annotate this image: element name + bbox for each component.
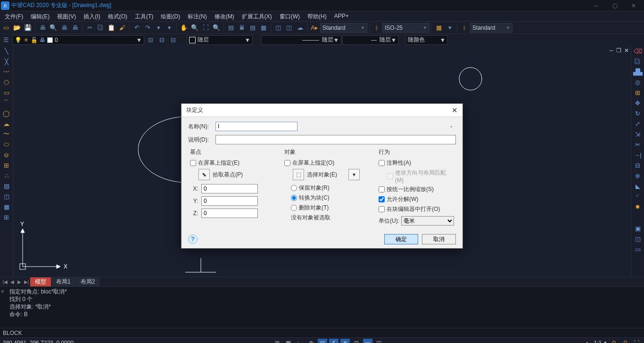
std-icon[interactable]: ⟊ <box>459 23 470 33</box>
annotative-checkbox[interactable]: 注释性(A) <box>379 159 454 167</box>
ortho-icon[interactable]: ∟ <box>295 339 305 343</box>
annotation-scale[interactable]: 1:1 <box>594 340 602 343</box>
tab-layout2[interactable]: 布局2 <box>76 277 100 286</box>
tab-prev[interactable]: ◀ <box>9 279 16 284</box>
tab-first[interactable]: |◀ <box>2 279 8 284</box>
circle-icon[interactable]: ◯ <box>1 109 12 117</box>
window-close[interactable]: ✕ <box>624 2 643 9</box>
model-icon[interactable]: ▭ <box>363 339 372 343</box>
copy-icon[interactable]: ⿻ <box>95 23 106 33</box>
new-icon[interactable]: ▭ <box>1 23 11 33</box>
table-style-combo[interactable]: Standard▼ <box>470 23 512 33</box>
linetype-combo[interactable]: ———随层▼ <box>261 35 341 45</box>
otrack-icon[interactable]: ∠ <box>329 339 339 343</box>
ok-button[interactable]: 确定 <box>384 234 418 244</box>
menu-insert[interactable]: 插入(I) <box>80 11 104 21</box>
pline-icon[interactable]: 〰 <box>1 67 12 76</box>
tab-next[interactable]: ▶ <box>16 279 23 284</box>
cmd-close-icon[interactable]: × <box>1 288 4 295</box>
pick-point-icon[interactable]: ⬊ <box>198 169 210 180</box>
tab-model[interactable]: 模型 <box>30 277 51 286</box>
hatch-icon[interactable]: ▨ <box>1 182 12 190</box>
menu-file[interactable]: 文件(F) <box>1 11 27 21</box>
print-icon[interactable]: 🖶 <box>37 23 48 33</box>
copy-obj-icon[interactable]: ⿻ <box>633 57 643 66</box>
layer-mgr-icon[interactable]: ☰ <box>1 35 11 45</box>
zoom-prev-icon[interactable]: 🔍 <box>211 23 222 33</box>
name-dropdown-icon[interactable]: ⌄ <box>449 123 453 128</box>
cut-icon[interactable]: ✂ <box>84 23 95 33</box>
group-icon[interactable]: ◫ <box>633 234 643 243</box>
desc-field[interactable] <box>215 135 456 144</box>
cancel-button[interactable]: 取消 <box>422 234 456 244</box>
zoom-win-icon[interactable]: ⛶ <box>200 23 211 33</box>
scale-icon[interactable]: ⤢ <box>633 119 643 128</box>
region-icon[interactable]: ◫ <box>1 192 12 201</box>
menu-app[interactable]: APP+ <box>330 11 353 21</box>
menu-format[interactable]: 格式(O) <box>104 11 131 21</box>
open-editor-checkbox[interactable]: 在块编辑器中打开(O) <box>379 205 454 213</box>
calc-icon[interactable]: 🖩 <box>237 23 247 33</box>
layer-prev-icon[interactable]: ⊟ <box>145 35 156 45</box>
point-icon[interactable]: ∴ <box>1 171 12 180</box>
revcloud-icon[interactable]: ☁ <box>1 119 12 128</box>
dialog-close-icon[interactable]: ✕ <box>452 106 458 115</box>
match-icon[interactable]: 🖌 <box>117 23 127 33</box>
name-field[interactable] <box>215 122 297 131</box>
fillet-icon[interactable]: ◜ <box>633 192 643 201</box>
zoom-rt-icon[interactable]: 🔍 <box>190 23 200 33</box>
trim-icon[interactable]: ✂ <box>633 140 643 149</box>
array-icon[interactable]: ⊞ <box>633 88 643 97</box>
stretch-icon[interactable]: ⇲ <box>633 130 643 138</box>
layer-walk-icon[interactable]: ⊟ <box>168 35 178 45</box>
paste-icon[interactable]: 📋 <box>106 23 116 33</box>
uniform-scale-checkbox[interactable]: 按统一比例缩放(S) <box>379 185 454 193</box>
undo-icon[interactable]: ↶ <box>132 23 142 33</box>
unit-select[interactable]: 毫米 <box>401 216 454 226</box>
spline-icon[interactable]: 〜 <box>1 130 12 138</box>
layer-iso-icon[interactable]: ⊟ <box>157 35 167 45</box>
y-field[interactable] <box>201 196 258 206</box>
select-icon[interactable]: ▭ <box>633 245 643 253</box>
tool-pal-icon[interactable]: ▦ <box>258 23 269 33</box>
redo-icon[interactable]: ↷ <box>142 23 153 33</box>
xref-icon[interactable]: ◫ <box>284 23 294 33</box>
color-combo[interactable]: 随层▼ <box>187 35 253 45</box>
table-style-icon[interactable]: ▦ <box>434 23 444 33</box>
chamfer-icon[interactable]: ◣ <box>633 182 643 190</box>
rotate-icon[interactable]: ↻ <box>633 109 643 117</box>
publish-icon[interactable]: 🖶 <box>59 23 69 33</box>
x-field[interactable] <box>201 184 258 193</box>
tab-last[interactable]: ▶| <box>23 279 30 284</box>
explode-icon[interactable]: ✸ <box>633 202 643 211</box>
menu-dimension[interactable]: 标注(N) <box>184 11 211 21</box>
move-icon[interactable]: ✥ <box>633 99 643 107</box>
polar-icon[interactable]: ⊕ <box>306 339 316 343</box>
ann-vis-icon[interactable]: ⚲ <box>609 339 619 343</box>
text-style-icon[interactable]: A▸ <box>309 23 320 33</box>
osnap-icon[interactable]: ◻ <box>318 339 327 343</box>
dsm-icon[interactable]: ▤ <box>248 23 258 33</box>
menu-window[interactable]: 窗口(W) <box>276 11 304 21</box>
fullscreen-icon[interactable]: ⛶ <box>632 339 641 343</box>
open-icon[interactable]: 📂 <box>12 23 22 33</box>
menu-draw[interactable]: 绘图(D) <box>157 11 184 21</box>
menu-help[interactable]: 帮助(H) <box>304 11 330 21</box>
help-icon[interactable]: ? <box>188 234 198 244</box>
menu-modify[interactable]: 修改(M) <box>211 11 238 21</box>
grid-icon[interactable]: ⊞ <box>1 213 12 221</box>
z-field[interactable] <box>201 209 258 218</box>
dyn-icon[interactable]: ⊡ <box>352 339 361 343</box>
window-maximize[interactable]: ▢ <box>605 2 624 9</box>
plotstyle-combo[interactable]: 随颜色▼ <box>405 35 448 45</box>
block-ins-icon[interactable]: ⊞ <box>1 161 12 169</box>
extend-icon[interactable]: →| <box>633 151 643 159</box>
delete-radio[interactable]: 删除对象(T) <box>291 204 370 212</box>
cycle-icon[interactable]: ◫ <box>374 339 384 343</box>
menu-tools[interactable]: 工具(T) <box>131 11 157 21</box>
ann-auto-icon[interactable]: ⚲ <box>620 339 630 343</box>
coordinates[interactable]: 380.4981, 296.7223, 0.0000 <box>3 340 74 343</box>
redo-drop-icon[interactable]: ▾ <box>164 23 174 33</box>
explode-checkbox[interactable]: 允许分解(W) <box>379 195 454 203</box>
arc-icon[interactable]: ⌒ <box>1 99 12 107</box>
